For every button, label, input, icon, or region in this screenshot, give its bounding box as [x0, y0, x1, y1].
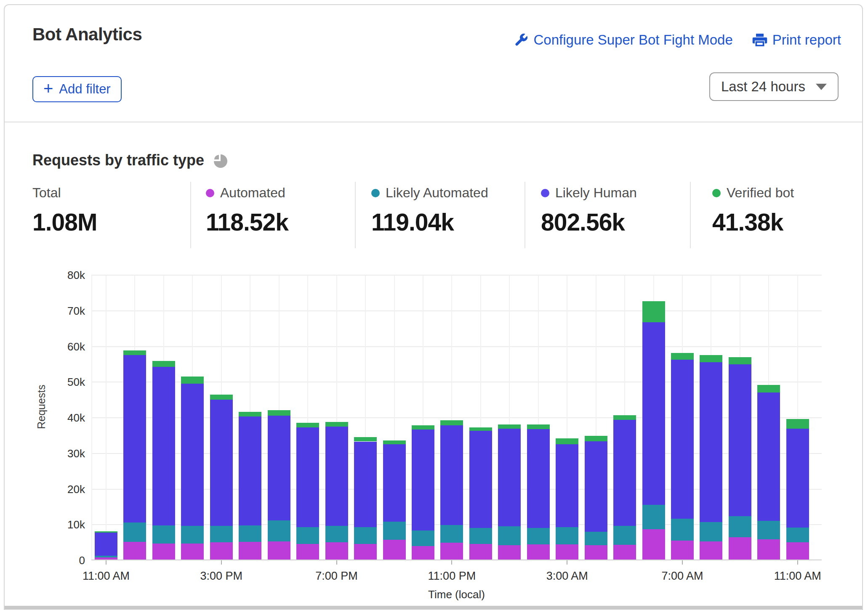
bar-5:00 PM[interactable]	[268, 275, 290, 560]
verified-bot-segment[interactable]	[585, 436, 607, 441]
automated-segment[interactable]	[123, 542, 146, 560]
verified-bot-segment[interactable]	[700, 355, 722, 362]
likely-human-segment[interactable]	[268, 416, 290, 520]
likely-automated-segment[interactable]	[325, 526, 348, 542]
bar-8:00 PM[interactable]	[354, 275, 377, 560]
bar-6:00 AM[interactable]	[642, 275, 665, 560]
likely-automated-segment[interactable]	[786, 528, 809, 543]
likely-automated-segment[interactable]	[210, 526, 233, 543]
likely-automated-segment[interactable]	[383, 522, 406, 540]
likely-automated-segment[interactable]	[757, 521, 780, 539]
likely-automated-segment[interactable]	[585, 532, 607, 545]
automated-segment[interactable]	[729, 537, 751, 560]
likely-human-segment[interactable]	[556, 444, 578, 527]
configure-super-bot-fight-mode-link[interactable]: Configure Super Bot Fight Mode	[514, 32, 733, 48]
automated-segment[interactable]	[181, 544, 204, 560]
verified-bot-segment[interactable]	[296, 423, 319, 427]
likely-automated-segment[interactable]	[527, 528, 550, 544]
likely-human-segment[interactable]	[123, 355, 146, 522]
bar-11:00 AM[interactable]	[786, 275, 809, 560]
likely-automated-segment[interactable]	[440, 525, 463, 543]
bar-10:00 PM[interactable]	[412, 275, 434, 560]
automated-segment[interactable]	[642, 529, 665, 560]
likely-automated-segment[interactable]	[700, 522, 722, 541]
verified-bot-segment[interactable]	[786, 419, 809, 429]
bar-10:00 AM[interactable]	[757, 275, 780, 560]
bar-11:00 AM[interactable]	[95, 275, 117, 560]
likely-automated-segment[interactable]	[239, 525, 261, 542]
verified-bot-segment[interactable]	[440, 420, 463, 425]
automated-segment[interactable]	[95, 557, 117, 560]
verified-bot-segment[interactable]	[498, 424, 521, 429]
verified-bot-segment[interactable]	[671, 353, 694, 360]
automated-segment[interactable]	[613, 545, 636, 560]
bar-3:00 PM[interactable]	[210, 275, 233, 560]
bar-9:00 PM[interactable]	[383, 275, 406, 560]
likely-human-segment[interactable]	[181, 384, 204, 525]
bar-4:00 PM[interactable]	[239, 275, 261, 560]
likely-automated-segment[interactable]	[181, 526, 204, 544]
verified-bot-segment[interactable]	[729, 357, 751, 364]
likely-automated-segment[interactable]	[469, 528, 492, 544]
likely-automated-segment[interactable]	[152, 525, 175, 544]
likely-human-segment[interactable]	[440, 425, 463, 525]
verified-bot-segment[interactable]	[210, 395, 233, 400]
likely-human-segment[interactable]	[700, 362, 722, 522]
likely-automated-segment[interactable]	[613, 526, 636, 545]
automated-segment[interactable]	[152, 544, 175, 560]
verified-bot-segment[interactable]	[469, 427, 492, 431]
likely-automated-segment[interactable]	[498, 526, 521, 545]
verified-bot-segment[interactable]	[527, 424, 550, 429]
bar-1:00 AM[interactable]	[498, 275, 521, 560]
likely-automated-segment[interactable]	[556, 527, 578, 545]
automated-segment[interactable]	[498, 545, 521, 560]
likely-automated-segment[interactable]	[642, 505, 665, 529]
automated-segment[interactable]	[700, 541, 722, 560]
bar-7:00 AM[interactable]	[671, 275, 694, 560]
bottom-scroll-bar[interactable]	[5, 606, 862, 610]
likely-automated-segment[interactable]	[412, 530, 434, 546]
bar-4:00 AM[interactable]	[585, 275, 607, 560]
verified-bot-segment[interactable]	[239, 412, 261, 416]
likely-automated-segment[interactable]	[729, 516, 751, 537]
likely-human-segment[interactable]	[95, 533, 117, 556]
verified-bot-segment[interactable]	[325, 422, 348, 427]
likely-human-segment[interactable]	[469, 431, 492, 528]
bar-12:00 AM[interactable]	[469, 275, 492, 560]
add-filter-button[interactable]: + Add filter	[32, 76, 122, 102]
bar-8:00 AM[interactable]	[700, 275, 722, 560]
verified-bot-segment[interactable]	[757, 385, 780, 393]
bar-5:00 AM[interactable]	[613, 275, 636, 560]
automated-segment[interactable]	[469, 544, 492, 560]
automated-segment[interactable]	[671, 541, 694, 560]
bar-6:00 PM[interactable]	[296, 275, 319, 560]
likely-human-segment[interactable]	[729, 364, 751, 516]
likely-human-segment[interactable]	[613, 420, 636, 526]
automated-segment[interactable]	[527, 544, 550, 560]
likely-automated-segment[interactable]	[354, 527, 377, 544]
likely-automated-segment[interactable]	[268, 520, 290, 541]
bar-2:00 AM[interactable]	[527, 275, 550, 560]
likely-human-segment[interactable]	[296, 427, 319, 527]
automated-segment[interactable]	[757, 539, 780, 560]
verified-bot-segment[interactable]	[152, 361, 175, 367]
bar-3:00 AM[interactable]	[556, 275, 578, 560]
automated-segment[interactable]	[268, 541, 290, 560]
automated-segment[interactable]	[325, 542, 348, 560]
likely-automated-segment[interactable]	[671, 519, 694, 541]
likely-human-segment[interactable]	[498, 429, 521, 526]
likely-human-segment[interactable]	[671, 360, 694, 519]
likely-human-segment[interactable]	[354, 442, 377, 527]
automated-segment[interactable]	[585, 545, 607, 560]
bar-2:00 PM[interactable]	[181, 275, 204, 560]
verified-bot-segment[interactable]	[613, 415, 636, 420]
likely-human-segment[interactable]	[210, 400, 233, 525]
verified-bot-segment[interactable]	[95, 531, 117, 533]
automated-segment[interactable]	[440, 543, 463, 560]
verified-bot-segment[interactable]	[354, 437, 377, 441]
likely-human-segment[interactable]	[383, 444, 406, 522]
bar-11:00 PM[interactable]	[440, 275, 463, 560]
automated-segment[interactable]	[239, 542, 261, 560]
verified-bot-segment[interactable]	[556, 438, 578, 444]
bar-9:00 AM[interactable]	[729, 275, 751, 560]
